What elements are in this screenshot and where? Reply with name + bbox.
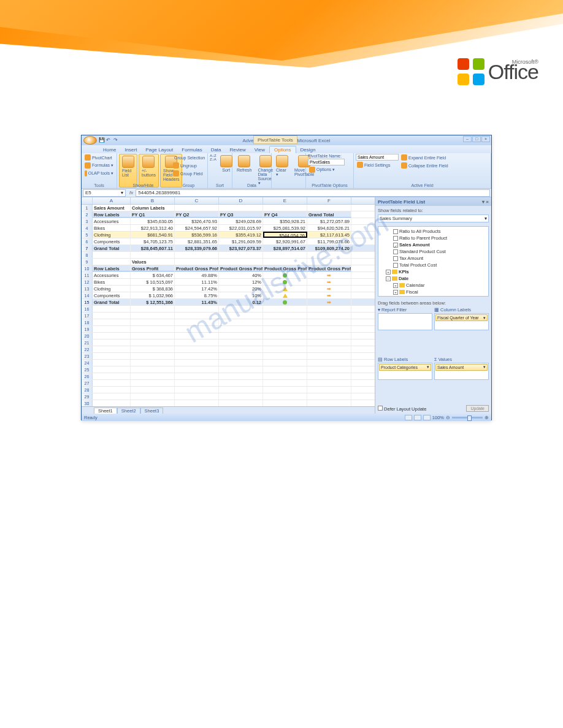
status-ready: Ready [84, 415, 98, 420]
row-labels-zone[interactable]: Product Categories▾ [378, 363, 432, 380]
group-data-label: Data [232, 183, 271, 188]
view-normal-icon[interactable] [405, 415, 412, 420]
fx-icon[interactable]: fx [129, 190, 133, 195]
checkbox[interactable] [393, 243, 398, 248]
tab-page-layout[interactable]: Page Layout [141, 146, 177, 153]
group-tools-label: Tools [82, 183, 117, 188]
chevron-down-icon[interactable]: ▾ [121, 190, 123, 195]
zone-item[interactable]: Product Categories▾ [379, 364, 431, 371]
pivotchart-icon [85, 154, 91, 161]
sheet-body[interactable]: 1Sales AmountColumn Labels 2Row LabelsFY… [82, 205, 375, 406]
pane-close-icon[interactable]: ▾ × [482, 199, 489, 205]
update-button[interactable]: Update [466, 405, 489, 412]
report-filter-zone[interactable] [378, 313, 432, 330]
tab-home[interactable]: Home [99, 146, 120, 153]
ungroup-button[interactable]: Ungroup [172, 162, 205, 169]
expand-icon[interactable]: + [386, 270, 391, 275]
collapse-field-button[interactable]: Collapse Entire Field [400, 162, 450, 169]
trend-arrow-icon: ➡ [327, 279, 331, 285]
sheet-tab-1[interactable]: Sheet1 [94, 408, 117, 414]
expand-icon [401, 154, 407, 161]
trend-arrow-icon: ➡ [327, 286, 331, 292]
col-header[interactable]: F [307, 197, 351, 204]
source-icon [259, 155, 272, 167]
group-field-button[interactable]: Group Field [172, 170, 205, 177]
expand-icon[interactable]: + [393, 297, 398, 297]
tab-insert[interactable]: Insert [120, 146, 141, 153]
col-header[interactable]: C [175, 197, 219, 204]
sheet-tab-3[interactable]: Sheet3 [140, 408, 164, 414]
pivot-name-input[interactable] [308, 159, 345, 165]
zoom-slider[interactable] [452, 417, 483, 419]
minimize-button[interactable]: – [463, 136, 472, 142]
settings-icon [357, 162, 363, 168]
zoom-out-icon[interactable]: ⊖ [446, 415, 450, 420]
excel-window: manualshive.com 💾 ↶ ↷ Adventure Works2.x… [81, 135, 492, 420]
checkbox[interactable] [393, 236, 398, 241]
sort-icon [220, 155, 232, 167]
row-labels-header: ▤ Row Labels [378, 356, 432, 363]
pivotchart-button[interactable]: PivotChart [83, 154, 115, 161]
checkbox[interactable] [393, 229, 398, 234]
tab-view[interactable]: View [250, 146, 269, 153]
contextual-tab-label: PivotTable Tools [253, 135, 297, 144]
zone-item[interactable]: Fiscal Quarter of Year▾ [435, 314, 488, 321]
select-all[interactable] [82, 197, 93, 204]
name-box[interactable]: E5▾ [83, 189, 126, 197]
office-button[interactable] [83, 136, 97, 145]
pivot-name-label: PivotTable Name: [308, 154, 351, 158]
status-warn-icon [283, 294, 288, 298]
clear-button[interactable]: Clear ▾ [274, 154, 291, 188]
group-selection-button[interactable]: Group Selection [172, 154, 205, 161]
sort-za-icon[interactable]: Z↓A [210, 157, 216, 161]
redo-icon[interactable]: ↷ [113, 137, 120, 143]
col-header[interactable]: D [219, 197, 263, 204]
tab-design[interactable]: Design [296, 146, 320, 153]
checkbox[interactable] [393, 249, 398, 254]
checkbox[interactable] [393, 256, 398, 261]
field-tree[interactable]: Ratio to All Products Ratio to Parent Pr… [378, 226, 489, 297]
expand-icon[interactable]: + [393, 290, 398, 295]
save-icon[interactable]: 💾 [99, 137, 105, 143]
expand-field-button[interactable]: Expand Entire Field [400, 154, 450, 161]
ungroup-icon [173, 162, 179, 169]
refresh-icon [238, 155, 250, 167]
tab-options[interactable]: Options [269, 146, 296, 153]
expand-icon[interactable]: + [393, 283, 398, 288]
zone-item[interactable]: Sales Amount▾ [435, 364, 488, 371]
folder-icon [399, 283, 405, 287]
tab-data[interactable]: Data [207, 146, 226, 153]
view-break-icon[interactable] [423, 415, 431, 420]
maximize-button[interactable]: □ [472, 136, 481, 142]
column-labels-zone[interactable]: Fiscal Quarter of Year▾ [434, 313, 489, 330]
zoom-level: 100% [432, 415, 444, 420]
undo-icon[interactable]: ↶ [106, 137, 112, 143]
col-header[interactable]: A [93, 197, 131, 204]
pivot-options-button[interactable]: Options ▾ [308, 166, 351, 173]
sheet-tab-2[interactable]: Sheet2 [117, 408, 140, 414]
pivot-field-list: PivotTable Field List▾ × Show fields rel… [375, 197, 491, 414]
plus-minus-button[interactable]: +/- buttons [139, 154, 159, 188]
refresh-button[interactable]: Refresh [234, 154, 255, 188]
field-settings-button[interactable]: Field Settings [356, 161, 399, 169]
active-field-input[interactable] [356, 154, 399, 161]
group-active-field-label: Active Field [354, 183, 491, 188]
zoom-in-icon[interactable]: ⊕ [484, 415, 489, 420]
view-layout-icon[interactable] [414, 415, 421, 420]
group-group-label: Group [170, 183, 207, 188]
close-button[interactable]: × [481, 136, 490, 142]
tab-formulas[interactable]: Formulas [177, 146, 206, 153]
values-zone[interactable]: Sales Amount▾ [434, 363, 489, 380]
tab-review[interactable]: Review [226, 146, 250, 153]
folder-icon [392, 270, 397, 274]
col-header[interactable]: E [263, 197, 307, 204]
defer-checkbox[interactable]: Defer Layout Update [378, 406, 426, 412]
formula-bar[interactable]: 544054.263899981 [136, 189, 490, 197]
formulas-button[interactable]: Formulas ▾ [83, 162, 115, 169]
olap-tools-button[interactable]: OLAP tools ▾ [83, 170, 115, 177]
expand-icon[interactable]: − [386, 276, 391, 281]
field-list-button[interactable]: Field List [119, 154, 137, 188]
col-header[interactable]: B [131, 197, 175, 204]
show-fields-select[interactable]: Sales Summary▾ [378, 214, 489, 222]
checkbox[interactable] [393, 263, 398, 268]
